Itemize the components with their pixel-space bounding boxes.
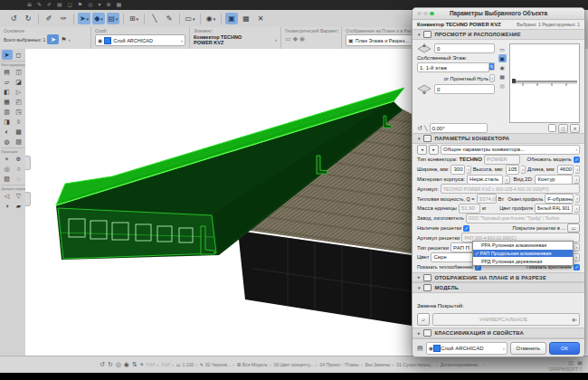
own-story-select[interactable]: 1. 1-й этаж <box>417 62 489 72</box>
grille-color-stepper[interactable]: › <box>574 253 580 261</box>
width-field[interactable]: 300 <box>450 165 465 175</box>
view2d-select[interactable]: Контур <box>535 175 573 185</box>
bottom-offset-field[interactable]: 0 <box>434 84 495 94</box>
zone-tool[interactable]: ▩ <box>14 127 24 137</box>
close-icon[interactable]: ✕ <box>254 13 267 24</box>
height-field[interactable]: 105 <box>506 165 520 175</box>
section-tool[interactable]: ⌖ <box>2 154 13 164</box>
layer-tool-dropdown[interactable]: ▤▾ <box>107 13 119 24</box>
elevation-view-icon[interactable]: ▣ <box>498 54 507 62</box>
flip-vertical-button[interactable]: ✕ <box>570 124 580 133</box>
eye-icon[interactable]: ◉ <box>98 36 102 45</box>
model-view-options-select[interactable]: 00 Цвет концепту...› <box>274 362 318 367</box>
section-preview-positioning[interactable]: ▼ ПРОСМОТР И РАСПОЛОЖЕНИЕ <box>413 29 584 40</box>
marquee-tool-dropdown[interactable]: ◆▾ <box>92 13 105 24</box>
menubar-icon[interactable]: ✐ <box>47 0 52 10</box>
text-tool[interactable]: ▽ <box>14 191 24 201</box>
layer-combination-select[interactable]: НЗЛ› <box>147 362 159 367</box>
object-preview[interactable] <box>509 43 580 123</box>
menubar-icon[interactable]: ✎ <box>37 0 42 10</box>
menubar-icon[interactable]: ◎ <box>88 0 92 10</box>
layer-select[interactable]: ◉ Слой ARCHICAD › <box>95 34 185 46</box>
geometry-variant-icon[interactable]: ▭ <box>285 34 291 43</box>
surface-override-field[interactable]: УНИВЕРСАЛЬНОЕ ◉ › <box>432 313 580 326</box>
shell-tool[interactable]: ◰ <box>14 97 24 107</box>
eye-icon[interactable]: ◉ <box>124 361 129 368</box>
story-stepper[interactable]: ⇅ <box>489 62 495 71</box>
print-icon[interactable]: ▤ <box>577 360 583 366</box>
marquee-tool[interactable]: ◻ <box>14 50 24 60</box>
chevron-icon[interactable]: › <box>69 37 71 43</box>
geometry-variant-icon[interactable]: ◆ <box>293 34 298 43</box>
grille-checkbox[interactable]: ✓ <box>463 225 469 232</box>
prev-page-button[interactable]: ◂ <box>417 145 427 155</box>
palette-handle[interactable] <box>25 156 31 170</box>
length-stepper[interactable]: › <box>575 166 580 174</box>
next-page-button[interactable]: ▸ <box>429 145 439 155</box>
graphic-override-select[interactable]: 04 Проект - Планы› <box>319 362 362 367</box>
flip-horizontal-button[interactable]: ◫ <box>558 124 568 133</box>
profile-color-stepper[interactable]: › <box>574 204 580 213</box>
profile-select[interactable]: F-образный <box>545 194 574 204</box>
symbol-2d-icon[interactable]: ▭ <box>498 45 507 53</box>
railing-tool[interactable]: ◳ <box>14 107 24 117</box>
section-plan-display[interactable]: ► ОТОБРАЖЕНИЕ НА ПЛАНЕ И В РАЗРЕЗЕ <box>413 272 584 283</box>
grille-type-stepper[interactable]: › <box>574 243 580 252</box>
rotation-angle-field[interactable]: 0,00° <box>430 123 488 133</box>
object-tool[interactable]: ◊ <box>14 117 24 127</box>
orbit-icon[interactable]: ↺ <box>100 361 105 368</box>
menubar-icon[interactable]: ⊕ <box>106 0 110 10</box>
wall-tool[interactable]: ▤ <box>2 67 13 77</box>
detail-tool[interactable]: ▧ <box>2 174 13 184</box>
undo-icon[interactable]: ↺ <box>7 13 20 24</box>
palette-handle[interactable] <box>25 192 31 206</box>
top-offset-field[interactable]: 0 <box>434 43 495 53</box>
rectangle-method-dropdown[interactable]: ▭▾ <box>184 13 196 24</box>
section-view-icon[interactable]: ▦ <box>498 72 507 81</box>
structure-display-select[interactable]: ⊞Вся Модель› <box>237 362 271 367</box>
geometry-variant-icon[interactable]: ◉ <box>299 34 305 43</box>
dropdown-option-selected[interactable]: ✓ РАП Продольная алюминиевая <box>473 250 573 258</box>
scale-select[interactable]: ▭1:100› <box>176 362 197 367</box>
menubar-icon[interactable]: ▾ <box>98 0 100 10</box>
paint-bucket-icon[interactable]: ▱ <box>417 313 430 326</box>
coating-button[interactable]: ▭ <box>567 223 580 233</box>
mesh-tool[interactable]: ◍ <box>2 137 13 147</box>
parameter-page-select[interactable]: Общие параметры конвектора... › <box>441 145 580 155</box>
element-selector[interactable]: Конвектор TECHNO POWER KVZ › <box>194 34 277 45</box>
menubar-icon[interactable]: ⊞ <box>27 0 32 10</box>
menubar-icon[interactable]: ⚑ <box>78 0 82 10</box>
info-icon[interactable]: ◎ <box>498 81 507 90</box>
beam-tool[interactable]: ◧ <box>2 87 13 97</box>
material-select[interactable]: Нерж.сталь <box>467 175 503 185</box>
section-classification[interactable]: ► КЛАССИФИКАЦИЯ И СВОЙСТВА <box>413 328 584 338</box>
window-tool[interactable]: ▱ <box>2 77 13 87</box>
flag-icon[interactable]: ⚑ <box>61 35 66 44</box>
show-mount-checkbox[interactable]: ✓ <box>574 264 580 271</box>
pen-icon[interactable]: ✎ <box>163 13 175 24</box>
menubar-icon[interactable]: ◻ <box>68 0 72 10</box>
lamp-tool[interactable]: ◐ <box>2 127 13 137</box>
pen-set-select[interactable]: ✎02 Чернов...› <box>200 362 234 367</box>
interior-elevation-tool[interactable]: ◎ <box>2 164 13 174</box>
redo-icon[interactable]: ↻ <box>22 13 34 24</box>
stair-tool[interactable]: ▥ <box>2 107 13 117</box>
ok-button[interactable]: ОК <box>549 342 580 355</box>
dimension-tool[interactable]: ◁ <box>2 191 13 201</box>
section-model[interactable]: ▼ МОДЕЛЬ <box>413 282 584 293</box>
cancel-button[interactable]: Отменить <box>510 342 547 355</box>
detail-level-select[interactable]: Детализированна...› <box>441 362 485 367</box>
renovation-override-select[interactable]: Без Замены› <box>365 362 394 367</box>
fit-view-icon[interactable]: ⇅ <box>132 361 138 368</box>
menubar-icon[interactable]: ▤ <box>57 0 62 10</box>
dropdown-option[interactable]: РРД Рулонная деревянная <box>473 257 573 265</box>
morph-tool[interactable]: ▨ <box>14 137 24 147</box>
width-stepper[interactable]: › <box>467 166 471 174</box>
magnet-icon[interactable]: ⌖ <box>140 361 144 368</box>
curtain-wall-tool[interactable]: ◨ <box>2 117 13 127</box>
zoom-icon[interactable]: ◎ <box>116 361 121 368</box>
grid-snap-dropdown[interactable]: ⊞▾ <box>128 13 140 24</box>
elevation-tool[interactable]: ⊕ <box>14 154 24 164</box>
roof-tool[interactable]: ▦ <box>2 97 13 107</box>
arrow-tool-dropdown[interactable]: ➤▾ <box>78 13 90 24</box>
